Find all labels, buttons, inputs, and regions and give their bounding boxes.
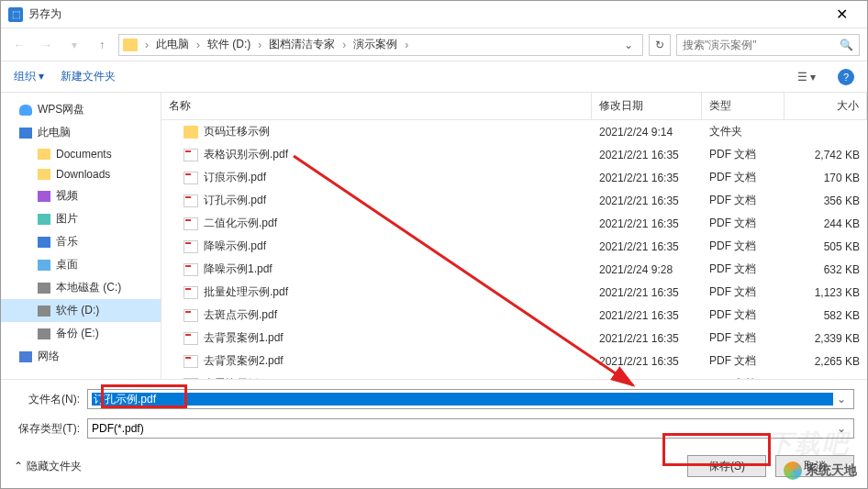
sidebar-item[interactable]: 音乐 <box>1 230 161 253</box>
file-date: 2021/2/21 16:35 <box>592 307 702 324</box>
window-title: 另存为 <box>28 6 823 22</box>
file-name: 二值化示例.pdf <box>204 216 277 231</box>
folder-icon <box>123 39 138 51</box>
sidebar-item[interactable]: 视频 <box>1 184 161 207</box>
watermark-text: 系统天地 <box>806 462 857 479</box>
filename-label: 文件名(N): <box>14 392 80 407</box>
disk-icon <box>38 306 50 317</box>
file-type: PDF 文档 <box>702 191 785 210</box>
file-row[interactable]: 订痕示例.pdf2021/2/21 16:35PDF 文档170 KB <box>161 166 867 189</box>
file-list: 名称 修改日期 类型 大小 页码迁移示例2021/2/24 9:14文件夹表格识… <box>161 93 867 379</box>
sidebar: WPS网盘此电脑DocumentsDownloads视频图片音乐桌面本地磁盘 (… <box>1 93 161 379</box>
watermark-logo-icon <box>784 461 802 480</box>
hide-folders-toggle[interactable]: ⌃ 隐藏文件夹 <box>14 459 82 474</box>
file-row[interactable]: 去背景案例2.pdf2021/2/21 16:35PDF 文档2,265 KB <box>161 350 867 372</box>
pdf-icon <box>184 332 198 345</box>
sidebar-item-label: WPS网盘 <box>38 102 84 117</box>
filename-input[interactable] <box>92 393 833 406</box>
disk-icon <box>38 283 50 294</box>
refresh-button[interactable]: ↻ <box>649 34 671 56</box>
file-name: 页码迁移示例 <box>204 124 270 139</box>
file-row[interactable]: 去斑点示例.pdf2021/2/21 16:35PDF 文档582 KB <box>161 304 867 327</box>
file-row[interactable]: 表格识别示例.pdf2021/2/21 16:35PDF 文档2,742 KB <box>161 143 867 166</box>
pc-icon <box>19 128 32 139</box>
up-button[interactable]: ↑ <box>91 34 113 56</box>
disk-icon <box>38 328 50 339</box>
breadcrumb-item[interactable]: 软件 (D:) <box>204 35 254 54</box>
chevron-down-icon[interactable]: ⌄ <box>833 393 850 406</box>
search-box[interactable]: 🔍 <box>676 34 860 56</box>
file-date: 2021/2/21 16:35 <box>592 376 702 380</box>
pdf-icon <box>184 309 198 322</box>
view-mode-button[interactable]: ☰ ▾ <box>792 71 821 83</box>
pdf-icon <box>184 149 198 161</box>
col-type-header[interactable]: 类型 <box>702 93 785 119</box>
sidebar-item-label: 此电脑 <box>38 125 71 140</box>
net-icon <box>19 351 32 362</box>
file-date: 2021/2/24 9:14 <box>592 124 702 140</box>
breadcrumb-item[interactable]: 演示案例 <box>350 35 401 54</box>
file-size: 1,123 KB <box>785 284 867 301</box>
col-date-header[interactable]: 修改日期 <box>592 93 702 119</box>
sidebar-item[interactable]: Downloads <box>1 164 161 184</box>
back-button[interactable]: ← <box>8 34 30 56</box>
close-button[interactable]: ✕ <box>823 6 860 23</box>
forward-button[interactable]: → <box>36 34 58 56</box>
breadcrumb[interactable]: › 此电脑 › 软件 (D:) › 图档清洁专家 › 演示案例 › ⌄ <box>118 34 643 56</box>
file-row[interactable]: 批量处理示例.pdf2021/2/21 16:35PDF 文档1,123 KB <box>161 281 867 304</box>
file-size: 2,265 KB <box>785 353 867 370</box>
file-type: PDF 文档 <box>702 237 785 256</box>
file-row[interactable]: 去黑边示例.pdf2021/2/21 16:35PDF 文档995 KB <box>161 372 867 379</box>
col-size-header[interactable]: 大小 <box>785 93 867 119</box>
sidebar-item-label: 本地磁盘 (C:) <box>56 280 121 295</box>
file-row[interactable]: 去背景案例1.pdf2021/2/21 16:35PDF 文档2,339 KB <box>161 327 867 350</box>
filetype-label: 保存类型(T): <box>14 421 80 437</box>
organize-button[interactable]: 组织 ▾ <box>14 69 44 84</box>
sidebar-item[interactable]: 软件 (D:) <box>1 299 161 322</box>
file-name: 降噪示例1.pdf <box>204 261 273 277</box>
sidebar-item-label: Downloads <box>56 168 110 181</box>
file-row[interactable]: 订孔示例.pdf2021/2/21 16:35PDF 文档356 KB <box>161 189 867 212</box>
music-icon <box>38 237 50 248</box>
pdf-icon <box>184 378 198 380</box>
file-date: 2021/2/21 16:35 <box>592 193 702 209</box>
help-button[interactable]: ? <box>838 69 854 85</box>
sidebar-item-label: 网络 <box>38 349 60 364</box>
file-row[interactable]: 二值化示例.pdf2021/2/21 16:35PDF 文档244 KB <box>161 212 867 235</box>
sidebar-item[interactable]: 本地磁盘 (C:) <box>1 276 161 299</box>
sidebar-item[interactable]: Documents <box>1 144 161 164</box>
filetype-combo[interactable]: ⌄ <box>87 418 854 439</box>
save-button[interactable]: 保存(S) <box>687 455 766 477</box>
file-size: 582 KB <box>785 307 867 324</box>
filetype-input[interactable] <box>92 422 833 435</box>
col-name-header[interactable]: 名称 <box>161 93 592 119</box>
navbar: ← → ▾ ↑ › 此电脑 › 软件 (D:) › 图档清洁专家 › 演示案例 … <box>1 28 867 61</box>
sidebar-item[interactable]: 桌面 <box>1 253 161 276</box>
file-type: PDF 文档 <box>702 260 785 279</box>
file-row[interactable]: 降噪示例1.pdf2021/2/24 9:28PDF 文档632 KB <box>161 258 867 281</box>
sidebar-item[interactable]: 备份 (E:) <box>1 322 161 345</box>
chevron-right-icon: › <box>141 39 152 51</box>
sidebar-item[interactable]: 图片 <box>1 207 161 230</box>
recent-button[interactable]: ▾ <box>63 34 85 56</box>
filename-combo[interactable]: ⌄ <box>87 389 854 409</box>
pdf-icon <box>184 286 198 299</box>
sidebar-item[interactable]: WPS网盘 <box>1 98 161 121</box>
sidebar-item[interactable]: 网络 <box>1 345 161 368</box>
file-row[interactable]: 降噪示例.pdf2021/2/21 16:35PDF 文档505 KB <box>161 235 867 258</box>
breadcrumb-item[interactable]: 此电脑 <box>152 35 193 54</box>
toolbar: 组织 ▾ 新建文件夹 ☰ ▾ ? <box>1 61 867 93</box>
new-folder-button[interactable]: 新建文件夹 <box>61 69 116 84</box>
desktop-icon <box>38 260 50 271</box>
file-name: 订痕示例.pdf <box>204 170 266 185</box>
file-row[interactable]: 页码迁移示例2021/2/24 9:14文件夹 <box>161 120 867 143</box>
sidebar-item-label: 备份 (E:) <box>56 326 99 341</box>
file-date: 2021/2/21 16:35 <box>592 216 702 232</box>
sidebar-item[interactable]: 此电脑 <box>1 121 161 144</box>
search-input[interactable] <box>683 39 840 51</box>
file-size <box>785 130 867 134</box>
file-type: PDF 文档 <box>702 214 785 233</box>
file-type: PDF 文档 <box>702 351 785 371</box>
breadcrumb-item[interactable]: 图档清洁专家 <box>265 35 339 54</box>
breadcrumb-dropdown[interactable]: ⌄ <box>618 39 639 51</box>
